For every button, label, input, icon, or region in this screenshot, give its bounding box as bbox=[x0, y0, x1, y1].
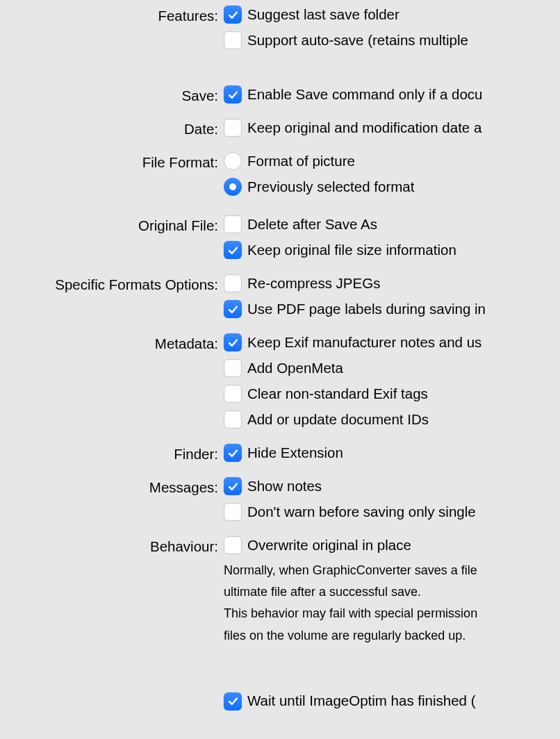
date-label: Date: bbox=[0, 119, 224, 138]
behaviour-note-4: files on the volume are regularly backed… bbox=[224, 627, 560, 645]
save-enable-command-checkbox[interactable] bbox=[224, 85, 242, 103]
metadata-document-ids-item: Add or update document IDs bbox=[224, 410, 560, 429]
metadata-openmeta-checkbox[interactable] bbox=[224, 359, 242, 377]
messages-dont-warn-checkbox[interactable] bbox=[224, 503, 242, 521]
save-group: Save: Enable Save command only if a docu bbox=[0, 85, 560, 111]
features-suggest-last-folder-checkbox[interactable] bbox=[224, 6, 242, 24]
fileformat-label: File Format: bbox=[0, 152, 224, 171]
specificformats-controls: Re-compress JPEGs Use PDF page labels du… bbox=[224, 274, 560, 326]
behaviour-note-3: This behavior may fail with special perm… bbox=[224, 605, 560, 622]
behaviour-label: Behaviour: bbox=[0, 536, 224, 555]
messages-dont-warn-item: Don't warn before saving only single bbox=[224, 503, 560, 521]
date-controls: Keep original and modification date a bbox=[224, 119, 560, 144]
features-label: Features: bbox=[0, 6, 224, 24]
features-suggest-last-folder-label: Suggest last save folder bbox=[247, 6, 400, 24]
behaviour-note-1: Normally, when GraphicConverter saves a … bbox=[224, 562, 560, 579]
specific-pdf-labels-checkbox[interactable] bbox=[224, 300, 242, 318]
originalfile-delete-label: Delete after Save As bbox=[247, 216, 377, 233]
date-keep-original-checkbox[interactable] bbox=[224, 119, 242, 137]
messages-show-notes-checkbox[interactable] bbox=[224, 477, 242, 495]
save-enable-command-item: Enable Save command only if a docu bbox=[224, 85, 560, 103]
fileformat-picture-label: Format of picture bbox=[247, 153, 355, 170]
fileformat-picture-radio[interactable] bbox=[224, 152, 242, 170]
fileformat-group: File Format: Format of picture Previousl… bbox=[0, 152, 560, 204]
metadata-label: Metadata: bbox=[0, 333, 224, 352]
specific-pdf-labels-item: Use PDF page labels during saving in bbox=[224, 300, 560, 318]
date-keep-original-label: Keep original and modification date a bbox=[247, 119, 481, 137]
specificformats-label: Specific Formats Options: bbox=[0, 274, 224, 293]
behaviour-overwrite-label: Overwrite original in place bbox=[247, 537, 411, 554]
spacer bbox=[0, 65, 560, 85]
originalfile-label: Original File: bbox=[0, 215, 224, 234]
check-icon bbox=[227, 244, 239, 256]
metadata-clear-exif-label: Clear non-standard Exif tags bbox=[247, 385, 428, 403]
metadata-document-ids-label: Add or update document IDs bbox=[247, 411, 429, 429]
imageoptim-wait-checkbox[interactable] bbox=[224, 692, 242, 711]
metadata-openmeta-label: Add OpenMeta bbox=[247, 360, 343, 377]
fileformat-previous-item: Previously selected format bbox=[224, 178, 560, 196]
features-auto-save-checkbox[interactable] bbox=[224, 31, 242, 49]
metadata-clear-exif-item: Clear non-standard Exif tags bbox=[224, 385, 560, 403]
date-keep-original-item: Keep original and modification date a bbox=[224, 119, 560, 137]
behaviour-note-2: ultimate file after a successful save. bbox=[224, 583, 560, 601]
save-controls: Enable Save command only if a docu bbox=[224, 85, 560, 111]
save-label: Save: bbox=[0, 85, 224, 104]
fileformat-controls: Format of picture Previously selected fo… bbox=[224, 152, 560, 204]
check-icon bbox=[227, 447, 239, 459]
originalfile-controls: Delete after Save As Keep original file … bbox=[224, 215, 560, 267]
specific-pdf-labels-label: Use PDF page labels during saving in bbox=[247, 301, 486, 318]
originalfile-group: Original File: Delete after Save As Keep… bbox=[0, 215, 560, 267]
check-icon bbox=[227, 481, 239, 492]
imageoptim-wait-item: Wait until ImageOptim has finished ( bbox=[224, 692, 560, 711]
metadata-document-ids-checkbox[interactable] bbox=[224, 410, 242, 429]
metadata-keep-exif-label: Keep Exif manufacturer notes and us bbox=[247, 334, 481, 351]
check-icon bbox=[227, 337, 239, 349]
behaviour-overwrite-checkbox[interactable] bbox=[224, 536, 242, 554]
metadata-keep-exif-item: Keep Exif manufacturer notes and us bbox=[224, 333, 560, 351]
finder-hide-extension-label: Hide Extension bbox=[247, 445, 343, 462]
finder-hide-extension-item: Hide Extension bbox=[224, 444, 560, 462]
check-icon bbox=[227, 89, 239, 101]
messages-dont-warn-label: Don't warn before saving only single bbox=[247, 504, 476, 521]
messages-show-notes-item: Show notes bbox=[224, 477, 560, 495]
check-icon bbox=[227, 695, 239, 707]
features-auto-save-label: Support auto-save (retains multiple bbox=[247, 32, 468, 49]
specific-recompress-jpeg-label: Re-compress JPEGs bbox=[247, 275, 380, 292]
finder-label: Finder: bbox=[0, 444, 224, 463]
fileformat-previous-radio[interactable] bbox=[224, 178, 242, 196]
originalfile-delete-item: Delete after Save As bbox=[224, 215, 560, 233]
originalfile-keep-size-label: Keep original file size information bbox=[247, 242, 456, 259]
metadata-controls: Keep Exif manufacturer notes and us Add … bbox=[224, 333, 560, 436]
save-enable-command-label: Enable Save command only if a docu bbox=[247, 86, 482, 103]
specificformats-group: Specific Formats Options: Re-compress JP… bbox=[0, 274, 560, 326]
imageoptim-controls: Wait until ImageOptim has finished ( bbox=[224, 692, 560, 718]
metadata-clear-exif-checkbox[interactable] bbox=[224, 385, 242, 403]
originalfile-keep-size-checkbox[interactable] bbox=[224, 241, 242, 259]
features-suggest-last-folder-item: Suggest last save folder bbox=[224, 6, 560, 24]
fileformat-previous-label: Previously selected format bbox=[247, 178, 414, 196]
finder-group: Finder: Hide Extension bbox=[0, 444, 560, 470]
features-group: Features: Suggest last save folder Suppo… bbox=[0, 6, 560, 57]
messages-show-notes-label: Show notes bbox=[247, 478, 322, 495]
finder-controls: Hide Extension bbox=[224, 444, 560, 470]
spacer bbox=[0, 652, 560, 692]
check-icon bbox=[227, 304, 239, 315]
originalfile-keep-size-item: Keep original file size information bbox=[224, 241, 560, 259]
imageoptim-group: Wait until ImageOptim has finished ( bbox=[0, 692, 560, 718]
behaviour-group: Behaviour: Overwrite original in place N… bbox=[0, 536, 560, 645]
fileformat-picture-item: Format of picture bbox=[224, 152, 560, 170]
behaviour-controls: Overwrite original in place Normally, wh… bbox=[224, 536, 560, 645]
finder-hide-extension-checkbox[interactable] bbox=[224, 444, 242, 462]
imageoptim-wait-label: Wait until ImageOptim has finished ( bbox=[247, 692, 476, 710]
behaviour-overwrite-item: Overwrite original in place bbox=[224, 536, 560, 554]
messages-group: Messages: Show notes Don't warn before s… bbox=[0, 477, 560, 529]
features-auto-save-item: Support auto-save (retains multiple bbox=[224, 31, 560, 49]
specific-recompress-jpeg-checkbox[interactable] bbox=[224, 274, 242, 292]
specific-recompress-jpeg-item: Re-compress JPEGs bbox=[224, 274, 560, 292]
date-group: Date: Keep original and modification dat… bbox=[0, 119, 560, 144]
metadata-openmeta-item: Add OpenMeta bbox=[224, 359, 560, 377]
metadata-keep-exif-checkbox[interactable] bbox=[224, 333, 242, 351]
originalfile-delete-checkbox[interactable] bbox=[224, 215, 242, 233]
messages-label: Messages: bbox=[0, 477, 224, 496]
features-controls: Suggest last save folder Support auto-sa… bbox=[224, 6, 560, 57]
